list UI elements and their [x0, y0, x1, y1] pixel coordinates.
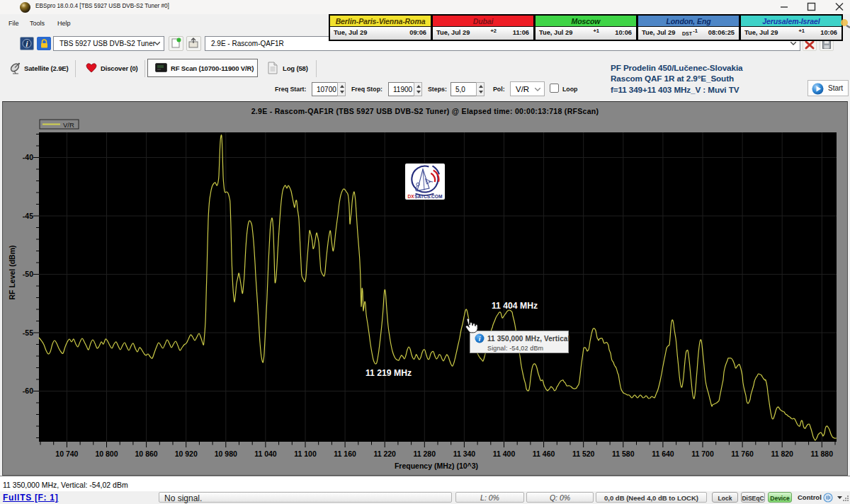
svg-text:11 350,000 MHz, Vertical: 11 350,000 MHz, Vertical [487, 335, 570, 343]
svg-text:-40: -40 [23, 153, 33, 161]
svg-text:11 040: 11 040 [254, 449, 277, 458]
svg-text:10 920: 10 920 [175, 449, 198, 458]
svg-text:11 520: 11 520 [572, 449, 595, 458]
svg-text:10 800: 10 800 [95, 449, 118, 458]
svg-text:Frequency (MHz) (10^3): Frequency (MHz) (10^3) [395, 462, 478, 470]
svg-text:DX: DX [408, 194, 415, 199]
svg-text:11 280: 11 280 [414, 449, 436, 458]
svg-text:-45: -45 [23, 212, 33, 220]
svg-text:11 219 MHz: 11 219 MHz [366, 368, 412, 378]
svg-text:11 400: 11 400 [493, 449, 516, 458]
svg-text:11 404 MHz: 11 404 MHz [492, 301, 538, 311]
svg-text:-50: -50 [23, 270, 33, 278]
svg-text:-55: -55 [23, 328, 33, 337]
svg-text:11 580: 11 580 [612, 449, 635, 458]
svg-text:11 880: 11 880 [811, 449, 834, 458]
svg-text:11 820: 11 820 [771, 449, 793, 458]
svg-text:11 640: 11 640 [652, 449, 674, 458]
svg-text:Signal: -54,02 dBm: Signal: -54,02 dBm [487, 345, 543, 352]
svg-text:11 700: 11 700 [691, 449, 714, 458]
svg-text:11 100: 11 100 [294, 449, 317, 458]
svg-text:10 860: 10 860 [135, 449, 158, 458]
svg-text:10 980: 10 980 [215, 449, 237, 458]
svg-text:11 220: 11 220 [373, 449, 396, 458]
svg-text:11 760: 11 760 [731, 449, 754, 458]
svg-text:RF Level (dBm): RF Level (dBm) [8, 245, 16, 299]
svg-text:11 160: 11 160 [334, 449, 356, 458]
svg-text:2.9E - Rascom-QAF1R (TBS 5: 2.9E - Rascom-QAF1R (TBS 5927 USB DVB-S2… [251, 107, 599, 115]
svg-text:SATCS.COM: SATCS.COM [414, 194, 443, 199]
svg-text:11 460: 11 460 [533, 449, 555, 458]
svg-text:11 340: 11 340 [453, 449, 476, 458]
svg-text:V/R: V/R [63, 121, 74, 129]
svg-text:10 740: 10 740 [55, 449, 78, 458]
svg-text:-60: -60 [23, 386, 33, 395]
